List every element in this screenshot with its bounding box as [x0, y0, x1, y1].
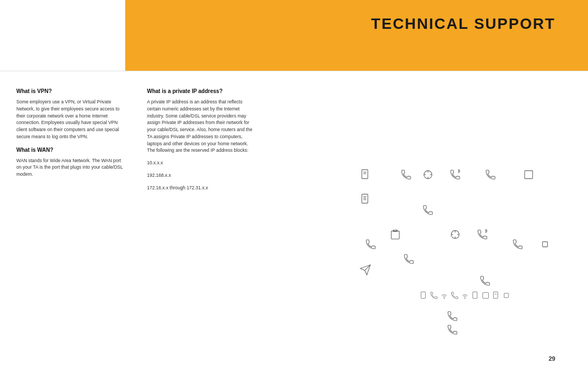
- vpn-heading: What is VPN?: [16, 87, 125, 95]
- column-private-ip: What is a private IP address? A private …: [147, 87, 256, 365]
- send-icon: [359, 264, 371, 276]
- svg-rect-8: [525, 171, 533, 179]
- svg-rect-24: [421, 292, 425, 298]
- square-icon-1: [523, 169, 535, 181]
- strip-phone-icon: [430, 291, 438, 300]
- strip-doc-icon: [419, 291, 428, 300]
- phone-down-icon-1: [400, 169, 412, 181]
- phone-icon-7: [446, 310, 458, 322]
- left-panel-white: [0, 0, 125, 71]
- strip-sq2-icon: [502, 291, 511, 300]
- svg-rect-0: [362, 170, 368, 179]
- header-banner: TECHNICAL SUPPORT: [0, 0, 588, 71]
- svg-rect-14: [391, 231, 400, 239]
- strip-phone2-icon: [450, 291, 459, 300]
- page-number: 29: [549, 355, 555, 362]
- strip-doc2-icon: [471, 291, 480, 300]
- content-area: What is VPN? Some employers use a VPN, o…: [0, 82, 588, 370]
- svg-rect-22: [542, 242, 547, 246]
- strip-sq-icon: [481, 291, 490, 300]
- phone-icon-8: [446, 324, 458, 336]
- phone-icon-2: [485, 169, 497, 181]
- icons-area: [354, 163, 588, 370]
- column-vpn-wan: What is VPN? Some employers use a VPN, o…: [16, 87, 125, 365]
- phone-arrow-icon: [403, 253, 415, 265]
- icon-strip: [419, 291, 511, 300]
- phone-icon-4: [365, 238, 377, 250]
- strip-doc3-icon: [492, 291, 500, 300]
- strip-wifi-icon: [440, 291, 449, 300]
- circle-crosshair-icon-2: [449, 229, 461, 240]
- svg-rect-27: [473, 292, 477, 298]
- svg-rect-28: [483, 293, 489, 299]
- svg-rect-31: [504, 293, 509, 298]
- document-icon: [359, 169, 371, 181]
- clipboard-icon: [389, 229, 401, 240]
- strip-wifi2-icon: [461, 291, 469, 300]
- private-ip-body: A private IP address is an address that …: [147, 98, 256, 154]
- small-square-icon: [539, 238, 551, 250]
- phone-wifi-icon-1: [449, 169, 461, 181]
- phone-icon-3: [422, 204, 434, 216]
- svg-point-25: [444, 298, 444, 298]
- icon-cluster-row1: [359, 169, 412, 181]
- private-ip-list-2: 192.168.x.x: [147, 172, 256, 179]
- phone-wifi-icon-2: [476, 229, 488, 240]
- private-ip-heading: What is a private IP address?: [147, 87, 256, 95]
- vpn-body: Some employers use a VPN, or Virtual Pri…: [16, 98, 125, 140]
- phone-icon-5: [512, 238, 524, 250]
- document-lines-icon: [359, 193, 371, 205]
- private-ip-list-3: 172.16.x.x through 172.31.x.x: [147, 184, 256, 192]
- page-title: TECHNICAL SUPPORT: [371, 15, 555, 33]
- wan-heading: What is WAN?: [16, 146, 125, 154]
- svg-rect-9: [362, 194, 368, 203]
- circle-crosshair-icon: [422, 169, 434, 181]
- separator-line: [0, 71, 588, 71]
- wan-body: WAN stands for Wide Area Network. The WA…: [16, 157, 125, 178]
- phone-icon-6: [479, 275, 491, 287]
- private-ip-list-1: 10.x.x.x: [147, 159, 256, 166]
- svg-point-26: [464, 298, 465, 298]
- svg-rect-29: [493, 292, 498, 298]
- text-columns: What is VPN? Some employers use a VPN, o…: [0, 82, 354, 370]
